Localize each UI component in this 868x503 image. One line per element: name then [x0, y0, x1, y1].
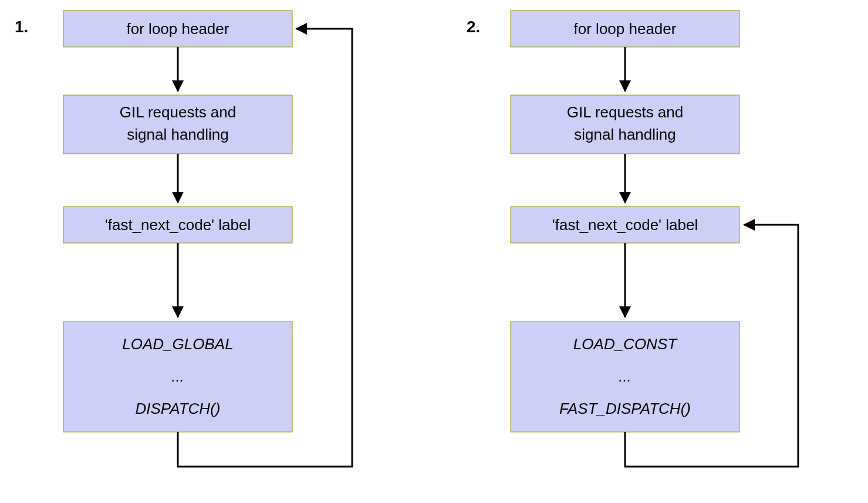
text-gil-2: signal handling — [127, 126, 228, 143]
text-gil-r2: signal handling — [574, 126, 676, 143]
flow-right: 2. for loop header GIL requests and sign… — [467, 11, 798, 467]
text-gil-1: GIL requests and — [120, 103, 237, 121]
flow-left: 1. for loop header GIL requests and sign… — [15, 11, 352, 467]
label-number-2: 2. — [467, 18, 480, 36]
text-fast-next-r: 'fast_next_code' label — [552, 216, 698, 234]
label-number-1: 1. — [15, 18, 28, 36]
text-gil-r1: GIL requests and — [567, 103, 684, 121]
flow-diagram: 1. for loop header GIL requests and sign… — [0, 0, 868, 503]
text-fast-dispatch: FAST_DISPATCH() — [559, 400, 691, 417]
text-for-loop-header: for loop header — [127, 20, 229, 38]
text-for-loop-header-r: for loop header — [574, 20, 677, 38]
text-dispatch: DISPATCH() — [136, 400, 221, 417]
text-ellipsis: ... — [171, 367, 184, 385]
text-load-const: LOAD_CONST — [573, 335, 678, 353]
text-ellipsis-r: ... — [619, 367, 631, 385]
text-load-global: LOAD_GLOBAL — [122, 335, 233, 353]
text-fast-next: 'fast_next_code' label — [105, 216, 251, 234]
